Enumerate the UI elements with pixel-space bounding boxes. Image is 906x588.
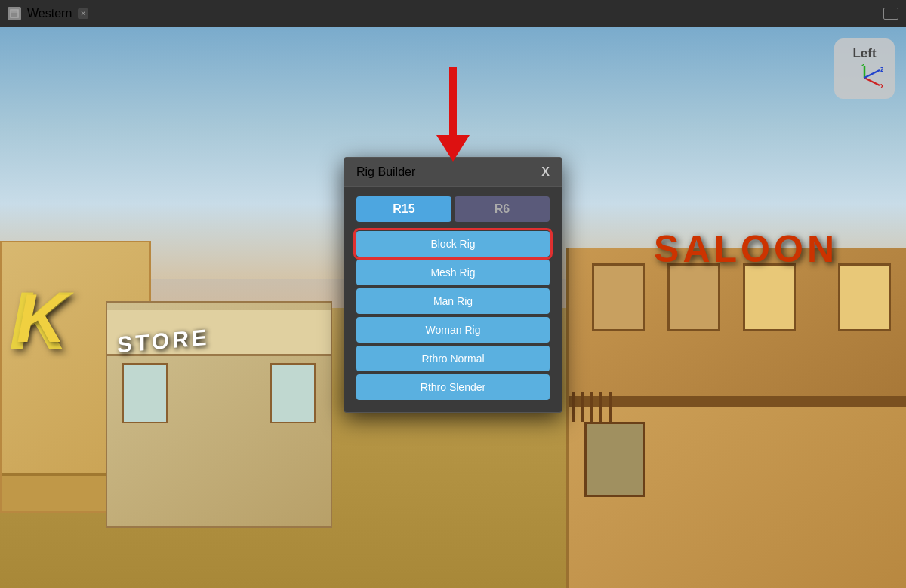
dialog-close-button[interactable]: X — [541, 166, 550, 178]
rig-builder-dialog: Rig Builder X R15 R6 Block Rig Mesh Rig … — [344, 157, 562, 413]
red-arrow-svg — [430, 60, 476, 162]
app-icon — [8, 7, 21, 20]
titlebar: Western × — [0, 0, 906, 27]
option-block-rig[interactable]: Block Rig — [356, 231, 550, 257]
tab-r15[interactable]: R15 — [356, 196, 451, 222]
modal-overlay: Rig Builder X R15 R6 Block Rig Mesh Rig … — [0, 27, 906, 588]
viewport: K STORE — [0, 27, 906, 588]
option-woman-rig[interactable]: Woman Rig — [356, 317, 550, 343]
option-rthro-normal[interactable]: Rthro Normal — [356, 346, 550, 371]
restore-button[interactable] — [883, 8, 898, 20]
close-tab-button[interactable]: × — [78, 8, 88, 19]
option-rthro-slender[interactable]: Rthro Slender — [356, 374, 550, 400]
rig-options-list: Block Rig Mesh Rig Man Rig Woman Rig Rth… — [344, 228, 562, 412]
dialog-title: Rig Builder — [356, 165, 415, 179]
window-title: Western — [27, 7, 72, 20]
option-man-rig[interactable]: Man Rig — [356, 288, 550, 314]
option-mesh-rig[interactable]: Mesh Rig — [356, 260, 550, 285]
tab-r6[interactable]: R6 — [455, 196, 550, 222]
annotation-arrow — [430, 60, 476, 165]
dialog-header: Rig Builder X — [344, 158, 562, 187]
svg-rect-0 — [11, 10, 18, 17]
rig-tabs: R15 R6 — [344, 187, 562, 228]
